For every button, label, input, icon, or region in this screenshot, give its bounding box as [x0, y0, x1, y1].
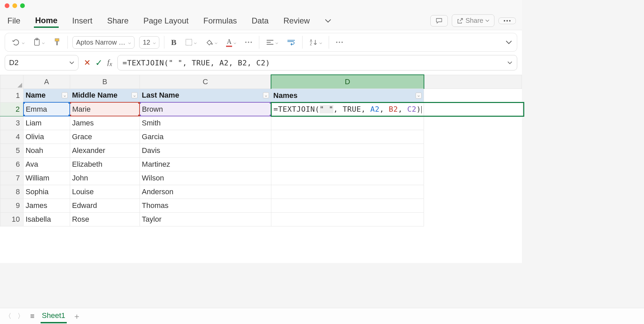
- cell[interactable]: William: [23, 171, 70, 185]
- row-header[interactable]: 1: [0, 89, 23, 102]
- cell[interactable]: [271, 199, 424, 212]
- cell[interactable]: Isabella: [23, 212, 70, 226]
- cell[interactable]: Noah: [23, 144, 70, 157]
- align-button[interactable]: ⌵: [264, 38, 280, 47]
- cell[interactable]: Thomas: [140, 199, 271, 212]
- more-font-button[interactable]: [243, 40, 254, 45]
- menu-home[interactable]: Home: [34, 14, 59, 28]
- formula-cancel-button[interactable]: ✕: [84, 58, 91, 67]
- cell[interactable]: Rose: [70, 212, 140, 226]
- row-header[interactable]: 10: [0, 212, 23, 226]
- filter-icon[interactable]: ⌵: [62, 92, 68, 98]
- cell[interactable]: [424, 212, 522, 226]
- cell[interactable]: Martinez: [140, 157, 271, 171]
- cell[interactable]: Garcia: [140, 130, 271, 144]
- row-header[interactable]: 6: [0, 157, 23, 171]
- row-header[interactable]: 9: [0, 199, 23, 212]
- column-header-C[interactable]: C: [140, 75, 271, 89]
- filter-icon[interactable]: ⌵: [131, 92, 138, 98]
- cell[interactable]: [271, 157, 424, 171]
- cell[interactable]: [424, 185, 522, 199]
- cell[interactable]: John: [70, 171, 140, 185]
- spreadsheet-grid[interactable]: A B C D 1 Name⌵ Middle Name⌵ Last Name⌵ …: [0, 74, 522, 226]
- cell[interactable]: [271, 116, 424, 130]
- cell-C1[interactable]: Last Name⌵: [140, 89, 271, 102]
- cell-B1[interactable]: Middle Name⌵: [70, 89, 140, 102]
- cell[interactable]: Elizabeth: [70, 157, 140, 171]
- cell[interactable]: Olivia: [23, 130, 70, 144]
- more-commands-button[interactable]: [334, 40, 345, 45]
- row-header[interactable]: 5: [0, 144, 23, 157]
- cell[interactable]: Louise: [70, 185, 140, 199]
- font-size-select[interactable]: 12 ⌵: [139, 36, 159, 49]
- font-family-select[interactable]: Aptos Narrow … ⌵: [72, 36, 135, 49]
- borders-button[interactable]: ⌵: [183, 37, 199, 47]
- menu-page-layout[interactable]: Page Layout: [142, 14, 190, 28]
- cell-C2[interactable]: Brown: [140, 102, 271, 116]
- row-header[interactable]: 2: [0, 102, 23, 116]
- cell-A1[interactable]: Name⌵: [23, 89, 70, 102]
- column-header-D[interactable]: D: [271, 75, 424, 89]
- cell[interactable]: Wilson: [140, 171, 271, 185]
- wrap-text-button[interactable]: [285, 38, 298, 47]
- column-header-B[interactable]: B: [70, 75, 140, 89]
- window-maximize-button[interactable]: [20, 3, 25, 8]
- menu-review[interactable]: Review: [282, 14, 311, 28]
- format-painter-button[interactable]: [51, 37, 63, 48]
- formula-accept-button[interactable]: ✓: [95, 58, 103, 68]
- window-minimize-button[interactable]: [12, 3, 17, 8]
- menu-share-tab[interactable]: Share: [106, 14, 130, 28]
- cell[interactable]: Smith: [140, 116, 271, 130]
- fx-icon[interactable]: fx: [107, 58, 112, 68]
- cell[interactable]: [424, 130, 522, 144]
- clipboard-button[interactable]: ⌵: [31, 37, 47, 48]
- font-color-button[interactable]: A ⌵: [224, 37, 238, 48]
- overflow-button[interactable]: [498, 17, 516, 24]
- cell[interactable]: James: [23, 199, 70, 212]
- row-header[interactable]: 7: [0, 171, 23, 185]
- cell[interactable]: Alexander: [70, 144, 140, 157]
- cell[interactable]: Edward: [70, 199, 140, 212]
- column-header-A[interactable]: A: [23, 75, 70, 89]
- row-header[interactable]: 8: [0, 185, 23, 199]
- cell[interactable]: Ava: [23, 157, 70, 171]
- formula-bar[interactable]: =TEXTJOIN(" ", TRUE, A2, B2, C2): [117, 55, 517, 70]
- name-box[interactable]: D2: [5, 55, 78, 70]
- menu-more[interactable]: [323, 17, 333, 25]
- cell[interactable]: [424, 102, 522, 116]
- cell[interactable]: [424, 171, 522, 185]
- cell[interactable]: [424, 144, 522, 157]
- column-header-E[interactable]: [424, 75, 522, 89]
- select-all-corner[interactable]: [0, 75, 23, 89]
- window-close-button[interactable]: [5, 3, 9, 8]
- cell-D1[interactable]: Names⌵: [271, 89, 424, 102]
- cell[interactable]: Davis: [140, 144, 271, 157]
- cell[interactable]: [271, 212, 424, 226]
- undo-button[interactable]: ⌵: [10, 37, 26, 47]
- cell-B2[interactable]: Marie: [70, 102, 140, 116]
- menu-formulas[interactable]: Formulas: [202, 14, 238, 28]
- cell[interactable]: Grace: [70, 130, 140, 144]
- filter-icon[interactable]: ⌵: [416, 93, 422, 99]
- row-header[interactable]: 4: [0, 130, 23, 144]
- filter-icon[interactable]: ⌵: [263, 92, 269, 98]
- cell-D2[interactable]: =TEXTJOIN(" ", TRUE, A2, B2, C2): [271, 102, 424, 116]
- menu-data[interactable]: Data: [250, 14, 270, 28]
- cell[interactable]: [271, 144, 424, 157]
- cell[interactable]: Anderson: [140, 185, 271, 199]
- comments-button[interactable]: [430, 15, 448, 26]
- row-header[interactable]: 3: [0, 116, 23, 130]
- share-button[interactable]: Share: [452, 14, 494, 27]
- bold-button[interactable]: B: [169, 37, 178, 48]
- cell[interactable]: [424, 157, 522, 171]
- cell[interactable]: Taylor: [140, 212, 271, 226]
- cell[interactable]: [424, 199, 522, 212]
- cell[interactable]: [271, 130, 424, 144]
- cell[interactable]: [424, 116, 522, 130]
- cell-A2[interactable]: Emma: [23, 102, 70, 116]
- cell[interactable]: [271, 185, 424, 199]
- sort-filter-button[interactable]: AZ ⌵: [307, 37, 324, 47]
- cell[interactable]: Liam: [23, 116, 70, 130]
- cell[interactable]: James: [70, 116, 140, 130]
- menu-file[interactable]: File: [6, 14, 22, 28]
